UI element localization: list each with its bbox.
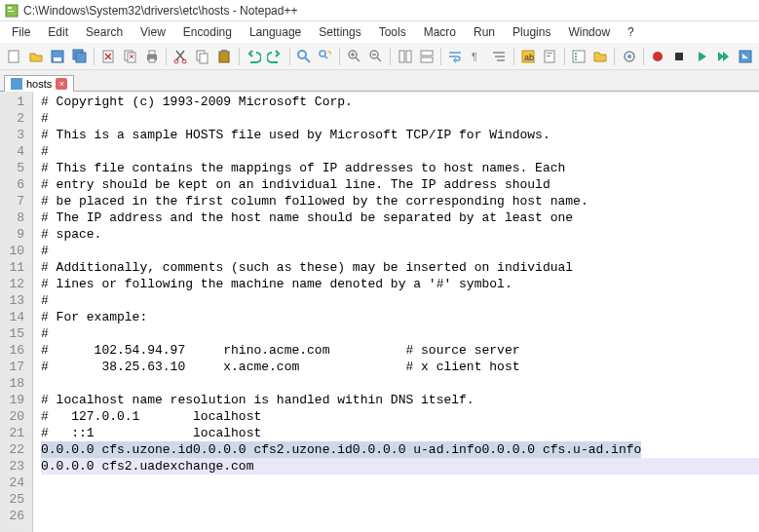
- all-chars-button[interactable]: ¶: [468, 46, 487, 67]
- menu-file[interactable]: File: [4, 23, 38, 41]
- folder-button[interactable]: [590, 46, 610, 67]
- toolbar-separator: [564, 48, 565, 65]
- open-button[interactable]: [25, 46, 45, 67]
- code-line[interactable]: #: [41, 292, 759, 309]
- line-number: 15: [4, 325, 24, 342]
- save-macro-button[interactable]: [736, 46, 755, 67]
- svg-rect-26: [421, 51, 433, 56]
- code-line[interactable]: [41, 375, 759, 392]
- code-line[interactable]: # entry should be kept on an individual …: [41, 176, 759, 193]
- code-line[interactable]: # 38.25.63.10 x.acme.com # x client host: [41, 359, 759, 375]
- menu-plugins[interactable]: Plugins: [505, 23, 558, 41]
- code-line[interactable]: # The IP address and the host name shoul…: [41, 209, 759, 226]
- close-tab-button[interactable]: ×: [56, 78, 67, 90]
- menu-edit[interactable]: Edit: [40, 23, 76, 41]
- undo-button[interactable]: [244, 46, 263, 67]
- cut-icon: [172, 49, 188, 64]
- print-button[interactable]: [142, 46, 162, 67]
- find-icon: [296, 49, 312, 64]
- save-button[interactable]: [48, 46, 67, 67]
- line-number: 7: [4, 193, 24, 209]
- open-icon: [28, 49, 44, 64]
- zoom-out-button[interactable]: [366, 46, 386, 67]
- code-line[interactable]: #: [41, 143, 759, 160]
- code-line[interactable]: # be placed in the first column followed…: [41, 193, 759, 209]
- sync-h-button[interactable]: [417, 46, 436, 67]
- menu-settings[interactable]: Settings: [311, 23, 368, 41]
- monitor-button[interactable]: [619, 46, 638, 67]
- code-line[interactable]: # localhost name resolution is handled w…: [41, 392, 759, 408]
- code-line[interactable]: 0.0.0.0 cfs2.uzone.id: [193, 441, 353, 458]
- monitor-icon: [622, 49, 637, 64]
- menu-macro[interactable]: Macro: [416, 23, 464, 41]
- play-button[interactable]: [692, 46, 711, 67]
- code-area[interactable]: # Copyright (c) 1993-2009 Microsoft Corp…: [33, 92, 759, 532]
- menu-help[interactable]: ?: [620, 23, 642, 41]
- close-all-button[interactable]: [120, 46, 139, 67]
- svg-rect-17: [200, 54, 208, 63]
- wordwrap-icon: [447, 49, 463, 64]
- cut-button[interactable]: [171, 46, 190, 67]
- indent-guide-icon: [491, 49, 507, 64]
- svg-rect-10: [128, 53, 135, 62]
- play-multi-icon: [715, 49, 731, 64]
- func-list-button[interactable]: [568, 46, 588, 67]
- menu-tools[interactable]: Tools: [371, 23, 414, 41]
- code-line[interactable]: # 127.0.0.1 localhost: [41, 408, 759, 425]
- code-line[interactable]: 0.0.0.0 cfs.u-ad.info: [481, 441, 641, 458]
- play-multi-button[interactable]: [713, 46, 733, 67]
- copy-button[interactable]: [193, 46, 212, 67]
- code-line[interactable]: # lines or following the machine name de…: [41, 276, 759, 292]
- code-line[interactable]: # For example:: [41, 309, 759, 325]
- code-line[interactable]: # This file contains the mappings of IP …: [41, 160, 759, 176]
- menu-language[interactable]: Language: [242, 23, 309, 41]
- new-icon: [6, 49, 21, 64]
- menu-search[interactable]: Search: [78, 23, 131, 41]
- toolbar-separator: [339, 48, 340, 65]
- zoom-in-button[interactable]: [344, 46, 363, 67]
- redo-button[interactable]: [265, 46, 285, 67]
- sync-v-button[interactable]: [395, 46, 414, 67]
- save-all-button[interactable]: [69, 46, 89, 67]
- lang-button[interactable]: ab: [518, 46, 538, 67]
- code-line[interactable]: #: [41, 243, 759, 259]
- code-line[interactable]: 0.0.0.0 cfs.uzone.id: [41, 441, 193, 458]
- code-line[interactable]: 0.0.0.0 u-ad.info: [353, 441, 482, 458]
- editor[interactable]: 1234567891011121314151617181920212223242…: [0, 92, 759, 532]
- close-button[interactable]: [98, 46, 118, 67]
- toolbar-separator: [166, 48, 167, 65]
- code-line[interactable]: # Additionally, comments (such as these)…: [41, 259, 759, 276]
- wordwrap-button[interactable]: [445, 46, 465, 67]
- line-number: 2: [4, 110, 24, 127]
- menu-encoding[interactable]: Encoding: [175, 23, 240, 41]
- code-line[interactable]: #: [41, 110, 759, 127]
- doc-map-button[interactable]: [540, 46, 559, 67]
- svg-rect-18: [219, 52, 229, 62]
- redo-icon: [267, 49, 283, 64]
- code-line[interactable]: # ::1 localhost: [41, 425, 759, 441]
- print-icon: [144, 49, 160, 64]
- stop-icon: [671, 49, 687, 64]
- stop-button[interactable]: [669, 46, 689, 67]
- toolbar-separator: [390, 48, 391, 65]
- code-line[interactable]: # 102.54.94.97 rhino.acme.com # source s…: [41, 342, 759, 359]
- code-line[interactable]: 0.0.0.0 cfs2.uadexchange.com: [41, 458, 759, 475]
- new-button[interactable]: [4, 46, 23, 67]
- code-line[interactable]: # space.: [41, 226, 759, 243]
- record-button[interactable]: [648, 46, 667, 67]
- line-number: 1: [4, 94, 24, 110]
- menu-view[interactable]: View: [133, 23, 173, 41]
- code-line[interactable]: #: [41, 325, 759, 342]
- indent-guide-button[interactable]: [489, 46, 509, 67]
- sync-h-icon: [419, 49, 435, 64]
- code-line[interactable]: # This is a sample HOSTS file used by Mi…: [41, 127, 759, 143]
- paste-button[interactable]: [214, 46, 234, 67]
- tab-hosts[interactable]: hosts ×: [4, 75, 74, 92]
- menu-window[interactable]: Window: [560, 23, 618, 41]
- replace-button[interactable]: [316, 46, 335, 67]
- svg-rect-7: [76, 53, 86, 62]
- all-chars-icon: ¶: [470, 49, 485, 64]
- menu-run[interactable]: Run: [466, 23, 503, 41]
- find-button[interactable]: [294, 46, 314, 67]
- code-line[interactable]: # Copyright (c) 1993-2009 Microsoft Corp…: [41, 94, 759, 110]
